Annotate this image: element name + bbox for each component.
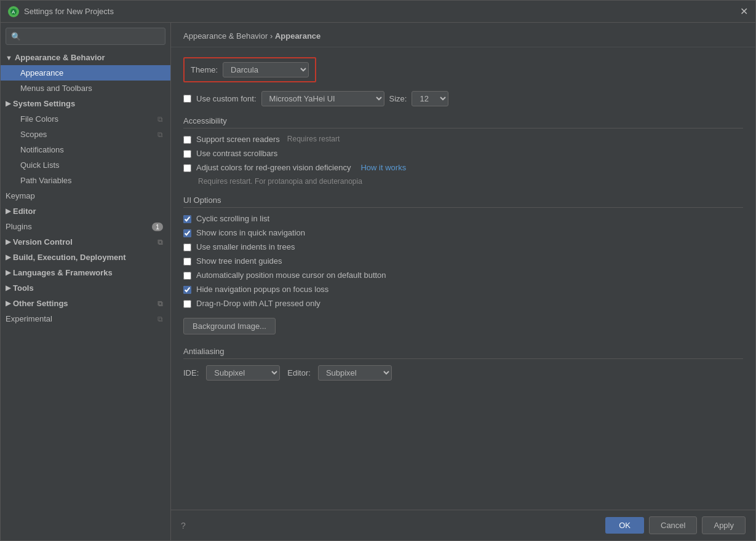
- red-green-checkbox[interactable]: [183, 164, 191, 172]
- size-label: Size:: [389, 94, 407, 103]
- sidebar-item-label: Quick Lists: [20, 160, 60, 170]
- sidebar-item-version-control[interactable]: ▶ Version Control ⧉: [1, 234, 170, 250]
- apply-button[interactable]: Apply: [702, 516, 746, 534]
- ide-label: IDE:: [183, 368, 199, 377]
- show-icons-checkbox[interactable]: [183, 229, 191, 237]
- contrast-scrollbars-checkbox[interactable]: [183, 150, 191, 158]
- custom-font-checkbox[interactable]: [183, 95, 191, 103]
- sidebar-item-system-settings[interactable]: ▶ System Settings: [1, 96, 170, 111]
- collapse-arrow: ▶: [6, 100, 10, 108]
- tree-guides-label: Show tree indent guides: [196, 256, 282, 266]
- sidebar-item-file-colors[interactable]: File Colors ⧉: [1, 111, 170, 127]
- sidebar-item-languages-frameworks[interactable]: ▶ Languages & Frameworks: [1, 265, 170, 280]
- editor-antialiasing-select[interactable]: Subpixel Greyscale None: [318, 365, 392, 381]
- check-row-contrast-scrollbars: Use contrast scrollbars: [183, 149, 743, 158]
- antialiasing-row: IDE: Subpixel Greyscale None Editor: Sub…: [183, 365, 743, 381]
- breadcrumb: Appearance & Behavior › Appearance: [171, 23, 755, 47]
- collapse-arrow: ▶: [6, 207, 10, 215]
- ide-antialiasing-select[interactable]: Subpixel Greyscale None: [206, 365, 280, 381]
- font-row: Use custom font: Microsoft YaHei UI Sego…: [183, 91, 743, 106]
- copy-icon: ⧉: [157, 130, 163, 139]
- sidebar-item-label: Appearance & Behavior: [15, 53, 105, 62]
- background-image-button[interactable]: Background Image...: [183, 318, 276, 334]
- check-row-screen-readers: Support screen readers Requires restart: [183, 135, 743, 144]
- svg-text:A: A: [12, 9, 15, 15]
- sidebar-item-other-settings[interactable]: ▶ Other Settings ⧉: [1, 296, 170, 311]
- size-select[interactable]: 12 10 11 13 14: [412, 91, 448, 106]
- sidebar-item-menus-toolbars[interactable]: Menus and Toolbars: [1, 81, 170, 96]
- close-button[interactable]: ✕: [740, 6, 748, 17]
- how-it-works-link[interactable]: How it works: [360, 163, 406, 172]
- sidebar-item-label: Notifications: [20, 145, 64, 154]
- check-row-drag-drop: Drag-n-Drop with ALT pressed only: [183, 299, 743, 308]
- sidebar-item-label: Scopes: [20, 130, 157, 139]
- breadcrumb-parent: Appearance & Behavior: [183, 31, 268, 41]
- cyclic-scroll-checkbox[interactable]: [183, 215, 191, 223]
- sidebar-item-label: Experimental: [6, 314, 157, 323]
- breadcrumb-current: Appearance: [275, 31, 320, 41]
- sidebar-item-experimental[interactable]: Experimental ⧉: [1, 311, 170, 326]
- ui-options-header: UI Options: [183, 195, 743, 208]
- copy-icon: ⧉: [157, 315, 163, 323]
- sidebar-item-appearance-behavior[interactable]: ▼ Appearance & Behavior: [1, 50, 170, 65]
- main-content: Appearance & Behavior › Appearance Theme…: [171, 23, 755, 540]
- sidebar-item-keymap[interactable]: Keymap: [1, 188, 170, 203]
- font-select[interactable]: Microsoft YaHei UI Segoe UI Arial: [261, 91, 384, 106]
- breadcrumb-separator: ›: [270, 31, 275, 41]
- drag-drop-label: Drag-n-Drop with ALT pressed only: [196, 299, 320, 308]
- sidebar-item-editor[interactable]: ▶ Editor: [1, 203, 170, 219]
- drag-drop-checkbox[interactable]: [183, 300, 191, 308]
- theme-row: Theme: Darcula IntelliJ High Contrast: [183, 57, 316, 82]
- plugins-badge: 1: [152, 223, 163, 231]
- hide-popups-checkbox[interactable]: [183, 286, 191, 294]
- sidebar-item-quick-lists[interactable]: Quick Lists: [1, 157, 170, 173]
- footer: ? OK Cancel Apply: [171, 510, 755, 540]
- smaller-indents-checkbox[interactable]: [183, 243, 191, 251]
- show-icons-label: Show icons in quick navigation: [196, 228, 305, 237]
- app-icon: A: [8, 6, 19, 17]
- check-row-show-icons: Show icons in quick navigation: [183, 228, 743, 237]
- check-row-mouse-cursor: Automatically position mouse cursor on d…: [183, 270, 743, 280]
- screen-readers-checkbox[interactable]: [183, 136, 191, 144]
- accessibility-header: Accessibility: [183, 116, 743, 128]
- check-row-hide-popups: Hide navigation popups on focus loss: [183, 285, 743, 294]
- search-box[interactable]: 🔍: [6, 28, 165, 45]
- search-icon: 🔍: [11, 32, 21, 41]
- custom-font-label: Use custom font:: [196, 94, 257, 103]
- copy-icon: ⧉: [157, 115, 163, 124]
- sidebar-item-label: Path Variables: [20, 176, 72, 185]
- sidebar-item-label: Appearance: [20, 68, 63, 77]
- screen-readers-label: Support screen readers: [196, 135, 280, 144]
- copy-icon: ⧉: [157, 238, 163, 247]
- screen-readers-note: Requires restart: [287, 135, 340, 143]
- cyclic-scroll-label: Cyclic scrolling in list: [196, 214, 269, 223]
- sidebar-item-path-variables[interactable]: Path Variables: [1, 173, 170, 188]
- collapse-arrow: ▼: [6, 54, 12, 61]
- collapse-arrow: ▶: [6, 269, 10, 277]
- content-area: 🔍 ▼ Appearance & Behavior Appearance Men…: [1, 23, 755, 540]
- sidebar-item-label: Tools: [13, 283, 34, 293]
- footer-buttons: OK Cancel Apply: [605, 516, 746, 534]
- search-input[interactable]: [23, 32, 160, 41]
- editor-label: Editor:: [287, 368, 311, 377]
- help-button[interactable]: ?: [181, 521, 186, 531]
- ok-button[interactable]: OK: [605, 517, 644, 534]
- sidebar-item-appearance[interactable]: Appearance: [1, 65, 170, 81]
- sidebar-item-notifications[interactable]: Notifications: [1, 142, 170, 157]
- sidebar-item-plugins[interactable]: Plugins 1: [1, 219, 170, 234]
- collapse-arrow: ▶: [6, 299, 10, 307]
- collapse-arrow: ▶: [6, 284, 10, 292]
- sidebar-item-label: Menus and Toolbars: [20, 84, 92, 93]
- sidebar-item-build-execution[interactable]: ▶ Build, Execution, Deployment: [1, 250, 170, 265]
- theme-select[interactable]: Darcula IntelliJ High Contrast: [223, 62, 309, 77]
- sidebar-item-label: Languages & Frameworks: [13, 268, 113, 277]
- tree-guides-checkbox[interactable]: [183, 258, 191, 266]
- copy-icon: ⧉: [157, 299, 163, 308]
- sidebar-item-scopes[interactable]: Scopes ⧉: [1, 127, 170, 142]
- cancel-button[interactable]: Cancel: [649, 516, 697, 534]
- sidebar-item-label: Version Control: [13, 237, 157, 247]
- contrast-scrollbars-label: Use contrast scrollbars: [196, 149, 277, 158]
- sidebar-item-tools[interactable]: ▶ Tools: [1, 280, 170, 296]
- mouse-cursor-checkbox[interactable]: [183, 272, 191, 280]
- mouse-cursor-label: Automatically position mouse cursor on d…: [196, 270, 386, 280]
